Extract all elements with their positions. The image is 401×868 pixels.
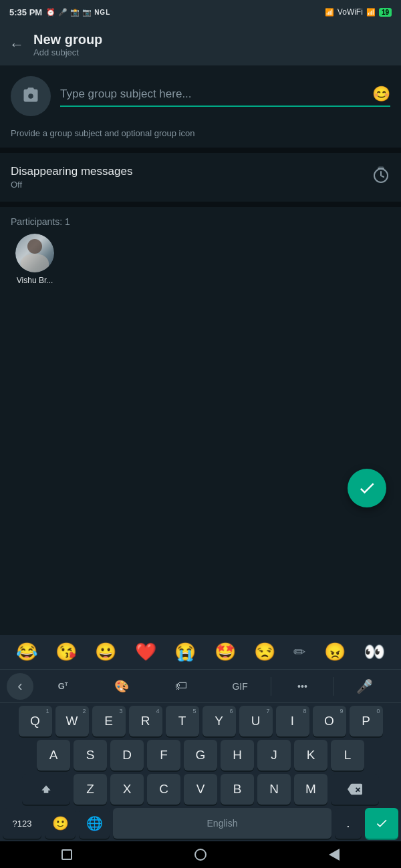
list-item: Vishu Br... — [11, 234, 59, 285]
key-a[interactable]: A — [37, 740, 70, 771]
timer-icon[interactable] — [372, 166, 390, 189]
page-title: New group — [33, 32, 102, 47]
emoji-angry[interactable]: 😠 — [324, 642, 346, 662]
backspace-key[interactable] — [331, 774, 379, 805]
key-l[interactable]: L — [331, 740, 364, 771]
translate-button[interactable]: GT — [33, 673, 92, 700]
more-button[interactable]: ••• — [273, 673, 331, 700]
disappearing-text-block: Disappearing messages Off — [11, 165, 132, 190]
key-k[interactable]: K — [294, 740, 327, 771]
gif-button[interactable]: GIF — [211, 673, 269, 700]
emoji-kiss[interactable]: 😘 — [55, 642, 77, 662]
emoji-key[interactable]: 🙂 — [45, 808, 76, 839]
key-o[interactable]: 9O — [313, 706, 346, 736]
mic-button[interactable]: 🎤 — [336, 678, 394, 694]
back-icon — [329, 849, 340, 861]
group-icon-button[interactable] — [11, 76, 51, 116]
key-b[interactable]: B — [221, 774, 254, 805]
key-e[interactable]: 3E — [92, 706, 126, 736]
key-f[interactable]: F — [147, 740, 180, 771]
status-right-icons: 📶 VoWiFi 📶 19 — [325, 7, 392, 17]
checkmark-icon — [358, 479, 376, 497]
key-u[interactable]: 7U — [239, 706, 273, 736]
participants-list: Vishu Br... — [11, 234, 390, 285]
key-w[interactable]: 2W — [55, 706, 89, 736]
key-i[interactable]: 8I — [276, 706, 309, 736]
disappearing-timer-icon — [372, 166, 390, 184]
subject-input[interactable] — [60, 87, 367, 101]
create-group-fab[interactable] — [348, 469, 386, 507]
shift-icon — [39, 783, 53, 796]
key-v[interactable]: V — [184, 774, 217, 805]
key-p[interactable]: 0P — [350, 706, 383, 736]
pencil-icon[interactable]: ✏ — [293, 644, 305, 661]
space-key[interactable]: English — [113, 808, 331, 839]
nav-recents-button[interactable] — [57, 848, 77, 861]
palette-button[interactable]: 🎨 — [92, 673, 151, 700]
sym-key[interactable]: ?123 — [3, 808, 41, 839]
key-r[interactable]: 4R — [129, 706, 162, 736]
key-g[interactable]: G — [184, 740, 217, 771]
top-title-block: New group Add subject — [33, 32, 102, 57]
home-icon — [194, 849, 207, 861]
emoji-star-struck[interactable]: 🤩 — [215, 642, 236, 662]
nav-bar — [0, 841, 401, 868]
period-label: . — [346, 816, 350, 831]
globe-icon: 🌐 — [86, 815, 103, 831]
keyboard-back-button[interactable]: ‹ — [7, 673, 33, 700]
sym-label: ?123 — [13, 819, 32, 829]
subject-area: 😊 — [0, 65, 401, 123]
nav-home-button[interactable] — [190, 848, 211, 861]
emoji-picker-button[interactable]: 😊 — [372, 85, 390, 103]
period-key[interactable]: . — [335, 808, 362, 839]
key-row-2: A S D F G H J K L — [3, 740, 398, 771]
status-app-icons: ⏰🎤📸📷 NGL — [46, 8, 110, 17]
emoji-annoyed[interactable]: 😒 — [254, 642, 275, 662]
key-t[interactable]: 5T — [166, 706, 199, 736]
avatar-image — [15, 234, 54, 272]
key-q[interactable]: 1Q — [19, 706, 52, 736]
key-z[interactable]: Z — [74, 774, 107, 805]
battery-badge: 19 — [379, 8, 392, 17]
toolbar-divider-2 — [333, 677, 334, 696]
emoji-smile[interactable]: 😀 — [95, 642, 116, 662]
key-x[interactable]: X — [110, 774, 144, 805]
sticker-icon: 🏷 — [175, 679, 187, 693]
key-d[interactable]: D — [110, 740, 144, 771]
emoji-suggestions-row: 😂 😘 😀 ❤️ 😭 🤩 😒 ✏ 😠 👀 — [0, 635, 401, 670]
space-label: English — [207, 818, 238, 829]
toolbar-divider — [271, 677, 271, 696]
disappearing-messages-section[interactable]: Disappearing messages Off — [0, 153, 401, 202]
chevron-left-icon: ‹ — [17, 678, 22, 695]
participants-label: Participants: 1 — [11, 216, 390, 227]
key-j[interactable]: J — [257, 740, 291, 771]
key-m[interactable]: M — [294, 774, 327, 805]
disappearing-status: Off — [11, 180, 132, 190]
emoji-eyes[interactable]: 👀 — [364, 642, 385, 662]
back-button[interactable]: ← — [9, 36, 24, 53]
subject-hint: Provide a group subject and optional gro… — [0, 123, 401, 148]
more-label: ••• — [297, 681, 307, 692]
key-h[interactable]: H — [221, 740, 254, 771]
enter-key[interactable] — [365, 808, 398, 839]
top-bar: ← New group Add subject — [0, 24, 401, 65]
key-s[interactable]: S — [74, 740, 107, 771]
key-row-1: 1Q 2W 3E 4R 5T 6Y 7U 8I 9O 0P — [3, 706, 398, 736]
emoji-laugh[interactable]: 😂 — [16, 642, 37, 662]
sticker-button[interactable]: 🏷 — [152, 673, 211, 700]
key-row-3: Z X C V B N M — [3, 774, 398, 805]
enter-checkmark-icon — [375, 817, 388, 830]
key-c[interactable]: C — [147, 774, 180, 805]
nav-back-button[interactable] — [324, 848, 344, 861]
shift-key[interactable] — [22, 774, 70, 805]
emoji-cry[interactable]: 😭 — [174, 642, 196, 662]
wifi-icon: VoWiFi — [338, 7, 363, 17]
emoji-heart[interactable]: ❤️ — [135, 642, 156, 662]
recents-icon — [61, 849, 72, 860]
key-n[interactable]: N — [257, 774, 291, 805]
page-subtitle: Add subject — [33, 47, 102, 57]
key-y[interactable]: 6Y — [203, 706, 236, 736]
globe-key[interactable]: 🌐 — [79, 808, 110, 839]
section-divider — [0, 148, 401, 153]
disappearing-title: Disappearing messages — [11, 165, 132, 178]
